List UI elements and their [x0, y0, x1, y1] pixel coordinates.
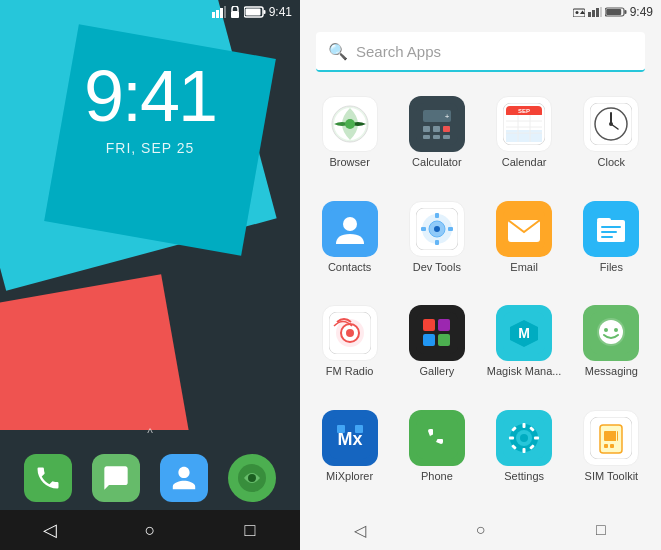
svg-rect-17 — [624, 10, 626, 14]
right-home-button[interactable]: ○ — [460, 510, 500, 550]
search-input[interactable]: Search Apps — [356, 43, 441, 60]
list-item[interactable]: FM Radio — [308, 297, 391, 398]
svg-rect-90 — [523, 423, 526, 428]
list-item[interactable]: M Magisk Mana... — [483, 297, 566, 398]
home-button[interactable]: ○ — [130, 510, 170, 550]
right-battery-icon — [605, 7, 627, 17]
calendar-icon: SEP — [496, 96, 552, 152]
simtoolkit-icon — [583, 410, 639, 466]
left-navbar: ◁ ○ □ — [0, 510, 300, 550]
svg-rect-103 — [616, 431, 617, 441]
messaging-icon — [583, 305, 639, 361]
list-item[interactable]: SEP Calendar — [483, 88, 566, 189]
dock-contacts[interactable] — [160, 454, 208, 502]
search-icon: 🔍 — [328, 42, 348, 61]
right-phone: 9:49 🔍 Search Apps Browser — [300, 0, 661, 550]
gallery-icon — [409, 305, 465, 361]
list-item[interactable]: Phone — [395, 402, 478, 503]
fmradio-icon — [322, 305, 378, 361]
svg-rect-2 — [220, 8, 223, 18]
app-label: Messaging — [585, 365, 638, 377]
back-button[interactable]: ◁ — [30, 510, 70, 550]
svg-rect-84 — [355, 425, 363, 433]
app-label: Email — [510, 261, 538, 273]
svg-rect-55 — [448, 227, 453, 231]
files-icon — [583, 201, 639, 257]
svg-text:M: M — [518, 325, 530, 341]
right-recents-button[interactable]: □ — [581, 510, 621, 550]
svg-rect-71 — [423, 334, 435, 346]
svg-rect-3 — [224, 6, 226, 18]
list-item[interactable]: Browser — [308, 88, 391, 189]
right-time: 9:49 — [630, 5, 653, 19]
list-item[interactable]: Files — [570, 193, 653, 294]
svg-rect-7 — [245, 9, 260, 16]
dock-app-icon — [228, 454, 276, 502]
lock-content: 9:41 FRI, SEP 25 — [0, 60, 300, 156]
app-grid: Browser + Calculator — [300, 80, 661, 510]
svg-rect-12 — [588, 12, 591, 17]
app-label: Phone — [421, 470, 453, 482]
svg-point-79 — [604, 328, 608, 332]
svg-rect-1 — [216, 10, 219, 18]
svg-rect-52 — [435, 213, 439, 218]
svg-point-78 — [599, 320, 623, 344]
svg-rect-54 — [421, 227, 426, 231]
svg-rect-100 — [604, 431, 618, 441]
phone-icon — [409, 410, 465, 466]
lock-time: 9:41 — [84, 60, 216, 132]
list-item[interactable]: Gallery — [395, 297, 478, 398]
lock-icon — [229, 6, 241, 18]
list-item[interactable]: Email — [483, 193, 566, 294]
right-status-icons: 9:49 — [573, 5, 653, 19]
svg-rect-102 — [610, 444, 614, 448]
list-item[interactable]: Contacts — [308, 193, 391, 294]
svg-rect-93 — [534, 436, 539, 439]
right-statusbar: 9:49 — [300, 0, 661, 24]
clock-label: Clock — [598, 156, 626, 168]
svg-rect-15 — [600, 7, 602, 17]
right-back-button[interactable]: ◁ — [340, 510, 380, 550]
svg-point-45 — [609, 122, 613, 126]
svg-rect-68 — [416, 312, 458, 354]
list-item[interactable]: Clock — [570, 88, 653, 189]
svg-point-80 — [614, 328, 618, 332]
dock-messages[interactable] — [92, 454, 140, 502]
svg-text:SEP: SEP — [518, 108, 530, 114]
list-item[interactable]: + Calculator — [395, 88, 478, 189]
svg-rect-53 — [435, 240, 439, 245]
svg-text:+: + — [445, 112, 450, 121]
magisk-icon: M — [496, 305, 552, 361]
app-label: Browser — [329, 156, 369, 168]
svg-rect-13 — [592, 10, 595, 17]
list-item[interactable]: Settings — [483, 402, 566, 503]
svg-point-47 — [343, 217, 357, 231]
svg-rect-60 — [597, 218, 611, 222]
dock-icons — [0, 446, 300, 510]
app-label: Magisk Mana... — [487, 365, 562, 377]
svg-rect-29 — [443, 135, 450, 139]
svg-rect-70 — [438, 319, 450, 331]
svg-rect-91 — [523, 448, 526, 453]
clock-icon — [583, 96, 639, 152]
svg-rect-92 — [509, 436, 514, 439]
app-label: MiXplorer — [326, 470, 373, 482]
list-item[interactable]: Mx MiXplorer — [308, 402, 391, 503]
svg-rect-34 — [506, 130, 542, 142]
app-label: Files — [600, 261, 623, 273]
dock-messages-icon — [92, 454, 140, 502]
list-item[interactable]: Messaging — [570, 297, 653, 398]
list-item[interactable]: Dev Tools — [395, 193, 478, 294]
dock-app[interactable] — [228, 454, 276, 502]
svg-rect-62 — [601, 231, 617, 233]
list-item[interactable]: SIM Toolkit — [570, 402, 653, 503]
search-bar[interactable]: 🔍 Search Apps — [316, 32, 645, 72]
svg-rect-85 — [416, 417, 458, 459]
mixplorer-icon: Mx — [322, 410, 378, 466]
svg-rect-14 — [596, 8, 599, 17]
svg-rect-0 — [212, 12, 215, 18]
dock-phone[interactable] — [24, 454, 72, 502]
app-label: SIM Toolkit — [585, 470, 639, 482]
recents-button[interactable]: □ — [230, 510, 270, 550]
svg-rect-72 — [438, 334, 450, 346]
